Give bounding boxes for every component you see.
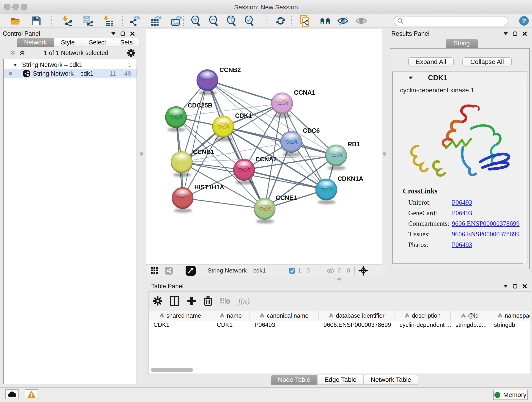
help-button[interactable]: ? — [518, 16, 530, 26]
warning-button[interactable] — [25, 389, 38, 399]
network-view-toolbar: String Network – cdk1 1 - 0 0 - 0 — [146, 264, 382, 276]
zoom-fit-button[interactable] — [225, 16, 237, 26]
tab-edge-table[interactable]: Edge Table — [317, 375, 364, 385]
node-RB1[interactable]: RB1 — [325, 141, 360, 170]
search-input[interactable] — [404, 18, 500, 25]
network-options-gear-icon[interactable] — [127, 49, 135, 57]
import-table-button[interactable] — [102, 16, 114, 26]
node-CCNA2[interactable]: CCNA2 — [233, 156, 277, 185]
panel-close-icon[interactable] — [130, 32, 135, 36]
column-header-description[interactable]: description — [395, 311, 451, 320]
zoom-selected-button[interactable] — [243, 16, 255, 26]
table-row[interactable]: CDK1CDK1P064939606.ENSP00000378699cyclin… — [149, 320, 530, 329]
cloud-button[interactable] — [5, 389, 19, 399]
view-network-name: String Network – cdk1 — [208, 267, 266, 274]
column-type-icon — [159, 313, 164, 318]
crosslinks-list: Uniprot:P06493GeneCard:P06493Compartment… — [403, 197, 527, 250]
detach-view-icon[interactable] — [186, 266, 196, 276]
table-options-gear-icon[interactable] — [153, 296, 162, 306]
crosslink-link[interactable]: P06493 — [452, 199, 472, 206]
tab-node-table[interactable]: Node Table — [271, 375, 317, 385]
edge-HIST1H1A-CCNE1[interactable] — [183, 198, 265, 209]
node-CDK1[interactable]: CDK1 — [212, 112, 252, 141]
save-session-button[interactable] — [30, 16, 42, 26]
tab-select[interactable]: Select — [82, 38, 113, 47]
create-column-plus-icon[interactable] — [187, 296, 196, 306]
table-cell: stringdb — [489, 320, 530, 329]
export-network-button[interactable] — [130, 16, 142, 26]
panel-float-icon[interactable] — [513, 284, 517, 288]
column-header-canonical-name[interactable]: canonical name — [250, 311, 319, 320]
panel-menu-icon[interactable] — [504, 285, 508, 288]
edge-CCNB2-HIST1H1A[interactable] — [183, 80, 207, 198]
collection-expand-icon[interactable] — [13, 64, 17, 66]
table-rows: CDK1CDK1P064939606.ENSP00000378699cyclin… — [149, 320, 530, 329]
panel-menu-icon[interactable] — [504, 32, 508, 35]
tab-style[interactable]: Style — [54, 38, 82, 47]
new-network-from-selection-button[interactable] — [300, 16, 312, 26]
table-panel-body: f(x) shared namenamecanonical namedataba… — [148, 292, 531, 374]
node-CDKN1A[interactable]: CDKN1A — [316, 175, 363, 204]
right-splitter-handle[interactable] — [383, 152, 386, 156]
column-header-name[interactable]: name — [212, 311, 250, 320]
show-columns-icon[interactable] — [170, 296, 179, 306]
function-builder-fx[interactable]: f(x) — [238, 296, 250, 306]
zoom-out-button[interactable] — [208, 16, 220, 26]
collapse-all-button[interactable]: Collapse All — [462, 57, 512, 66]
gene-collapse-icon[interactable] — [409, 77, 413, 79]
panel-close-icon[interactable] — [522, 32, 527, 36]
edge-CCNB2-CCNA1[interactable] — [207, 80, 282, 103]
results-panel-body: Expand All Collapse All CDK1 cyclin-depe… — [390, 48, 530, 269]
column-header-namespace[interactable]: namespace — [489, 311, 530, 320]
expand-all-button[interactable]: Expand All — [408, 57, 454, 66]
import-network-file-button[interactable] — [61, 16, 73, 26]
column-header-@id[interactable]: @id — [451, 311, 489, 320]
show-all-button[interactable] — [355, 16, 367, 26]
crosslink-link[interactable]: 9606.ENSP00000378699 — [452, 220, 520, 227]
view-share-icon[interactable] — [165, 267, 173, 274]
horizontal-splitter-handle[interactable] — [337, 278, 341, 281]
panel-menu-icon[interactable] — [111, 32, 115, 35]
expand-all-networks-icon[interactable] — [10, 51, 16, 56]
panel-float-icon[interactable] — [120, 32, 125, 36]
delete-column-trash-icon[interactable] — [204, 296, 212, 306]
tab-network[interactable]: Network — [17, 38, 54, 47]
network-collection-row[interactable]: String Network – cdk1 1 — [4, 61, 137, 69]
column-header-database-identifier[interactable]: database identifier — [319, 311, 395, 320]
database-icon — [82, 16, 93, 26]
results-tab-string[interactable]: String — [446, 39, 478, 48]
memory-button[interactable]: Memory — [493, 390, 528, 400]
zoom-in-button[interactable] — [190, 16, 202, 26]
network-canvas[interactable]: CCNB2CCNA1CDC25BCDK1CDC6RB1CCNB1CCNA2CDK… — [146, 29, 382, 264]
fit-content-crosshair-icon[interactable] — [358, 266, 368, 276]
panel-float-icon[interactable] — [513, 32, 517, 36]
crosslink-link[interactable]: P06493 — [452, 241, 472, 249]
crosslink-link[interactable]: P06493 — [452, 209, 472, 217]
network-row-selected[interactable]: String Network – cdk1 11 48 — [4, 69, 137, 78]
gene-section-header[interactable]: CDK1 — [393, 72, 527, 84]
export-table-button[interactable] — [150, 16, 162, 26]
first-neighbors-button[interactable] — [319, 16, 331, 26]
refresh-view-button[interactable] — [275, 16, 287, 26]
panel-close-icon[interactable] — [522, 284, 527, 288]
selected-count: 1 - 0 — [298, 267, 310, 274]
delete-table-icon[interactable] — [220, 297, 230, 305]
selected-checkbox-icon[interactable] — [289, 268, 295, 274]
import-network-database-button[interactable] — [82, 16, 94, 26]
network-graph[interactable]: CCNB2CCNA1CDC25BCDK1CDC6RB1CCNB1CCNA2CDK… — [146, 29, 382, 264]
toolbar-separator — [122, 16, 123, 26]
collapse-all-networks-icon[interactable] — [19, 51, 25, 56]
tab-network-table[interactable]: Network Table — [364, 375, 418, 385]
column-header-shared-name[interactable]: shared name — [149, 311, 212, 320]
left-splitter-handle[interactable] — [140, 152, 143, 156]
node-HIST1H1A[interactable]: HIST1H1A — [172, 184, 224, 213]
hide-selected-button[interactable] — [337, 16, 349, 26]
tab-sets[interactable]: Sets — [113, 38, 140, 47]
show-grid-icon[interactable] — [151, 267, 158, 274]
export-image-button[interactable] — [171, 16, 183, 26]
table-hscrollbar[interactable] — [151, 368, 193, 372]
node-CDC6[interactable]: CDC6 — [280, 127, 320, 157]
results-scrollbar[interactable] — [523, 85, 526, 264]
open-session-button[interactable] — [10, 16, 22, 26]
crosslink-link[interactable]: 9606.ENSP00000378699 — [452, 230, 520, 238]
